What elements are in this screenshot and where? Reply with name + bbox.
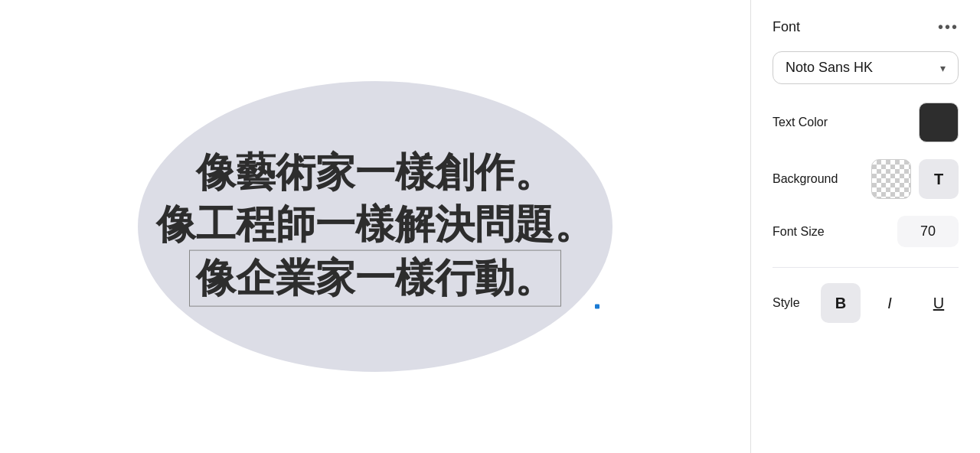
text-content: 像藝術家一樣創作。 像工程師一樣解決問題。 像企業家一樣行動。 [153, 147, 597, 307]
panel-title: Font [773, 19, 800, 35]
panel-header: Font ••• [773, 18, 959, 36]
font-size-value[interactable]: 70 [897, 216, 959, 247]
text-color-label: Text Color [773, 116, 828, 129]
divider [773, 267, 959, 268]
background-controls: T [871, 159, 959, 199]
right-panel: Font ••• Noto Sans HK ▾ Text Color Backg… [750, 0, 980, 453]
style-row: Style B I U [773, 283, 959, 323]
style-buttons: B I U [821, 283, 959, 323]
underline-button[interactable]: U [919, 283, 959, 323]
style-label: Style [773, 296, 800, 310]
text-line-2: 像工程師一樣解決問題。 [153, 198, 597, 250]
chevron-down-icon: ▾ [940, 62, 946, 74]
more-options-icon[interactable]: ••• [938, 18, 959, 36]
text-color-swatch[interactable] [919, 103, 959, 142]
background-label: Background [773, 172, 838, 186]
italic-button[interactable]: I [870, 283, 910, 323]
font-size-label: Font Size [773, 225, 825, 239]
text-color-row: Text Color [773, 103, 959, 142]
background-t-button[interactable]: T [919, 159, 959, 199]
background-color-swatch[interactable] [871, 159, 911, 199]
font-size-row: Font Size 70 [773, 216, 959, 247]
text-line-1: 像藝術家一樣創作。 [153, 147, 597, 199]
ellipse-shape: 像藝術家一樣創作。 像工程師一樣解決問題。 像企業家一樣行動。 [138, 81, 612, 372]
background-row: Background T [773, 159, 959, 199]
font-name-label: Noto Sans HK [786, 60, 873, 76]
selection-handle[interactable] [595, 304, 599, 308]
text-line-3[interactable]: 像企業家一樣行動。 [189, 250, 561, 307]
text-line-3-wrapper: 像企業家一樣行動。 [153, 250, 597, 307]
font-selector[interactable]: Noto Sans HK ▾ [773, 51, 959, 84]
bold-button[interactable]: B [821, 283, 861, 323]
canvas-area: 像藝術家一樣創作。 像工程師一樣解決問題。 像企業家一樣行動。 [0, 0, 750, 453]
